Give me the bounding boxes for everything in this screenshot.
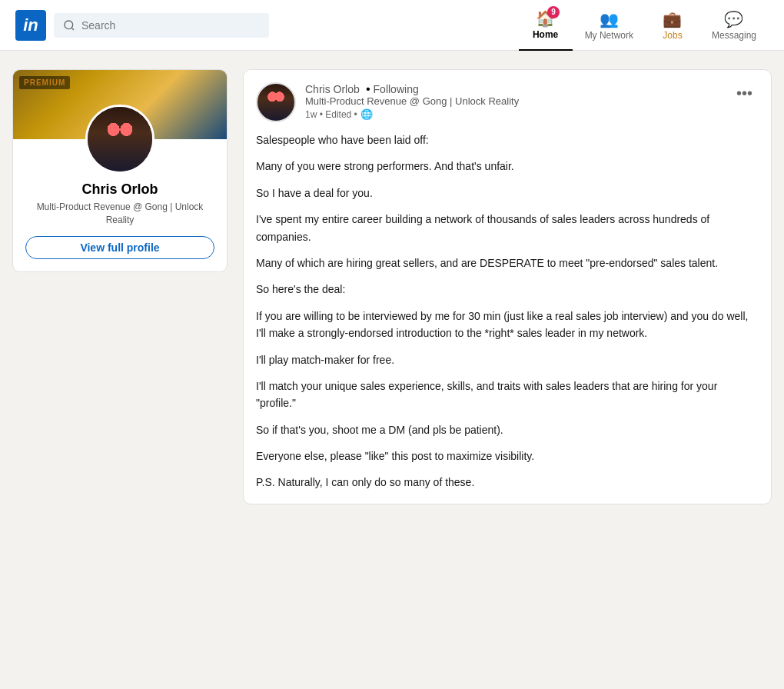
post-paragraph: So here's the deal: bbox=[256, 281, 759, 298]
nav-label-jobs: Jobs bbox=[663, 30, 682, 41]
profile-banner: PREMIUM bbox=[13, 70, 227, 139]
premium-badge: PREMIUM bbox=[19, 76, 70, 89]
svg-point-0 bbox=[65, 21, 73, 29]
sidebar-profile-headline: Multi-Product Revenue @ Gong | Unlock Re… bbox=[25, 201, 214, 227]
main-nav: 🏠 9 Home 👥 My Network 💼 Jobs 💬 Messaging bbox=[519, 0, 769, 51]
sidebar-profile-name: Chris Orlob bbox=[25, 181, 214, 198]
post-paragraph: So if that's you, shoot me a DM (and pls… bbox=[256, 421, 759, 438]
main-container: PREMIUM Chris Orlob Multi-Product Revenu… bbox=[0, 51, 784, 523]
post-paragraph: Salespeople who have been laid off: bbox=[256, 131, 759, 148]
post-author-name[interactable]: Chris Orlob • Following bbox=[305, 82, 730, 95]
search-input[interactable] bbox=[81, 19, 260, 32]
post-author-headline: Multi-Product Revenue @ Gong | Unlock Re… bbox=[305, 95, 730, 107]
home-badge: 9 bbox=[547, 6, 560, 18]
header: in 🏠 9 Home 👥 My Network 💼 Jobs 💬 Messag… bbox=[0, 0, 784, 51]
jobs-icon: 💼 bbox=[663, 10, 682, 28]
feed: Chris Orlob • Following Multi-Product Re… bbox=[243, 69, 772, 504]
nav-item-home[interactable]: 🏠 9 Home bbox=[519, 0, 573, 51]
post-paragraph: I'll match your unique sales experience,… bbox=[256, 378, 759, 412]
nav-item-network[interactable]: 👥 My Network bbox=[573, 0, 646, 51]
post-timestamp: 1w • Edited • bbox=[305, 109, 357, 120]
following-label: Following bbox=[374, 83, 419, 95]
post-paragraph: I've spent my entire career building a n… bbox=[256, 211, 759, 245]
linkedin-logo[interactable]: in bbox=[15, 10, 46, 41]
post-paragraph: Everyone else, please "like" this post t… bbox=[256, 448, 759, 464]
nav-label-network: My Network bbox=[585, 30, 633, 41]
post-more-button[interactable]: ••• bbox=[730, 82, 759, 104]
nav-item-messaging[interactable]: 💬 Messaging bbox=[699, 0, 769, 51]
search-icon bbox=[63, 19, 75, 32]
post-header: Chris Orlob • Following Multi-Product Re… bbox=[256, 82, 759, 122]
home-icon: 🏠 9 bbox=[536, 9, 555, 28]
post-content: Salespeople who have been laid off:Many … bbox=[256, 131, 759, 491]
post-paragraph: If you are willing to be interviewed by … bbox=[256, 308, 759, 342]
nav-label-home: Home bbox=[533, 29, 558, 40]
nav-label-messaging: Messaging bbox=[712, 30, 756, 41]
post-paragraph: So I have a deal for you. bbox=[256, 185, 759, 201]
post-card: Chris Orlob • Following Multi-Product Re… bbox=[243, 69, 772, 504]
post-author-info: Chris Orlob • Following Multi-Product Re… bbox=[305, 82, 730, 120]
messaging-icon: 💬 bbox=[724, 10, 743, 28]
post-avatar[interactable] bbox=[256, 82, 296, 122]
network-icon: 👥 bbox=[600, 10, 619, 28]
view-profile-button[interactable]: View full profile bbox=[25, 236, 214, 259]
svg-line-1 bbox=[71, 28, 74, 30]
sidebar-avatar bbox=[85, 105, 154, 174]
profile-card: PREMIUM Chris Orlob Multi-Product Revenu… bbox=[12, 69, 228, 272]
post-paragraph: Many of which are hiring great sellers, … bbox=[256, 255, 759, 271]
sidebar: PREMIUM Chris Orlob Multi-Product Revenu… bbox=[12, 69, 228, 504]
post-paragraph: Many of you were strong performers. And … bbox=[256, 158, 759, 175]
search-bar[interactable] bbox=[54, 13, 269, 38]
post-meta: 1w • Edited • 🌐 bbox=[305, 108, 730, 120]
post-paragraph: P.S. Naturally, I can only do so many of… bbox=[256, 474, 759, 491]
globe-icon: 🌐 bbox=[360, 108, 373, 120]
post-paragraph: I'll play match-maker for free. bbox=[256, 351, 759, 368]
nav-item-jobs[interactable]: 💼 Jobs bbox=[646, 0, 699, 51]
